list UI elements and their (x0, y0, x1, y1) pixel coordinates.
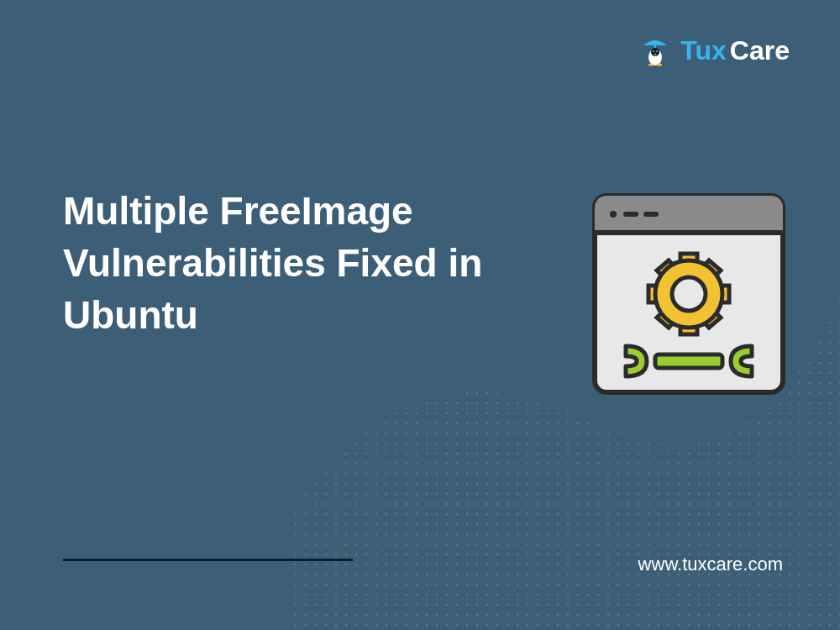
svg-rect-13 (623, 212, 638, 217)
penguin-umbrella-icon (638, 34, 672, 67)
brand-text-tux: Tux (680, 35, 727, 66)
brand-text-care: Care (730, 35, 790, 66)
headline-text: Multiple FreeImage Vulnerabilities Fixed… (63, 185, 483, 341)
settings-window-illustration (588, 189, 790, 399)
svg-point-12 (610, 211, 617, 218)
svg-point-16 (672, 277, 706, 311)
divider-line (63, 559, 353, 561)
svg-rect-14 (643, 212, 659, 217)
svg-point-7 (657, 64, 662, 66)
svg-rect-17 (655, 354, 722, 368)
svg-point-6 (648, 64, 654, 66)
gear-icon (648, 254, 729, 334)
brand-logo: TuxCare (638, 34, 790, 67)
svg-point-4 (654, 50, 655, 52)
svg-point-5 (657, 50, 659, 52)
website-url: www.tuxcare.com (638, 554, 783, 575)
